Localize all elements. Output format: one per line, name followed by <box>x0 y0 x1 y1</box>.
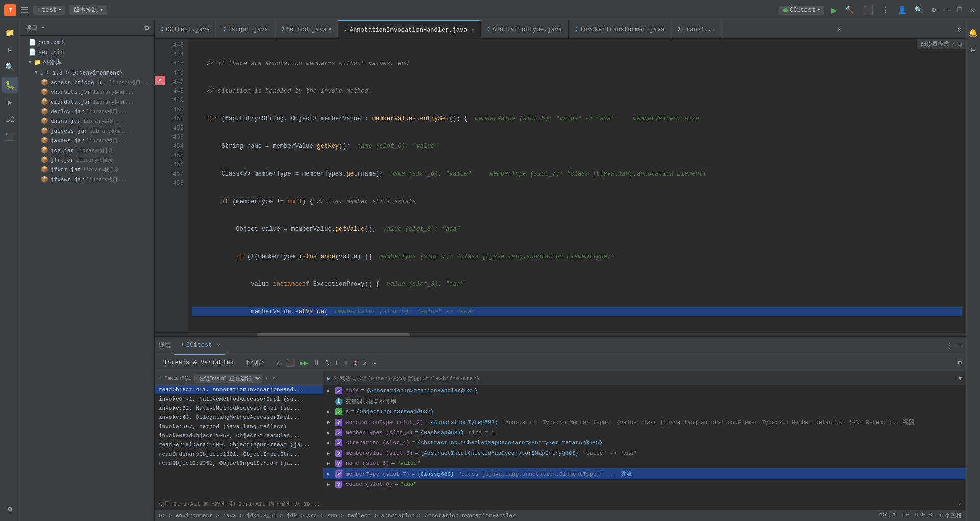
hamburger-menu[interactable]: ☰ <box>20 5 29 16</box>
debug-tab-threads-vars[interactable]: Threads & Variables <box>159 354 239 373</box>
debug-more-btn[interactable]: ⋯ <box>371 358 377 368</box>
debug-stop-btn[interactable]: ⬛ <box>285 358 296 368</box>
debug-tab-close[interactable]: ✕ <box>217 342 220 349</box>
sidebar-icon-run[interactable]: ▶ <box>2 94 18 110</box>
var-member-types[interactable]: ▶ V memberTypes (slot_3) = {HashMap@684}… <box>323 428 966 438</box>
stack-frame-5[interactable]: invokeReadObject:1058, ObjectStreamClas.… <box>155 431 323 440</box>
debug-pause-btn[interactable]: ⏸ <box>312 358 322 368</box>
tree-item-cldrdata[interactable]: 📦 cldrdata.jar library根目... <box>20 97 154 107</box>
debug-resume-btn[interactable]: ▶▶ <box>299 358 309 368</box>
sidebar-icon-terminal[interactable]: ⬛ <box>2 129 18 145</box>
vcs-badge[interactable]: 版本控制 ▾ <box>69 5 107 15</box>
sidebar-icon-debug[interactable]: 🐛 <box>2 77 18 93</box>
tree-item-jfxrt[interactable]: 📦 jfxrt.jar library根目录 <box>20 165 154 175</box>
indent-info[interactable]: 4 个空格 <box>938 512 962 519</box>
tab-cc1test[interactable]: J CC1test.java <box>155 20 216 39</box>
sidebar-icon-git[interactable]: ⎇ <box>2 111 18 128</box>
tab-annotation-handler[interactable]: J AnnotationInvocationHandler.java ✕ <box>338 20 481 39</box>
tabs-more-button[interactable]: » <box>834 26 846 33</box>
sidebar-icon-folder[interactable]: 📁 <box>2 24 18 41</box>
search-button[interactable]: 🔍 <box>914 5 924 15</box>
var-this[interactable]: ▶ V this = {AnnotationInvocationHandler@… <box>323 386 966 396</box>
var-s[interactable]: ▶ V s = {ObjectInputStream@682} <box>323 407 966 417</box>
encoding[interactable]: UTF-8 <box>915 512 932 519</box>
stack-frame-3[interactable]: invoke:43, DelegatingMethodAccessorImpl.… <box>155 413 323 422</box>
var-annotation-type[interactable]: ▶ V annotationType (slot_2) = {Annotatio… <box>323 417 966 428</box>
tab-annotation-type[interactable]: J AnnotationType.java <box>481 20 569 39</box>
project-dropdown-icon[interactable]: ▾ <box>42 25 44 31</box>
run-button[interactable]: ▶ <box>830 4 838 17</box>
var-name[interactable]: ▶ V name (slot_6) = "value" <box>323 458 966 468</box>
right-icon-layout[interactable]: ⊞ <box>965 42 981 58</box>
debug-tab-cc1test[interactable]: J CC1test ✕ <box>175 337 225 355</box>
stack-frame-4[interactable]: invoke:497, Method (java.lang.reflect) <box>155 422 323 431</box>
stack-frame-2[interactable]: invoke:62, NativeMethodAccessorImpl (su.… <box>155 404 323 413</box>
sidebar-icon-settings[interactable]: ⚙ <box>2 501 18 517</box>
minimize-button[interactable]: — <box>943 5 950 16</box>
stack-frame-8[interactable]: readObject0:1351, ObjectInputStream (ja.… <box>155 459 323 468</box>
stack-frame-6[interactable]: readSerialData:1900, ObjectInputStream (… <box>155 440 323 450</box>
build-button[interactable]: 🔨 <box>844 5 855 15</box>
project-badge[interactable]: T test ▾ <box>33 6 65 15</box>
hint-close-btn[interactable]: ✕ <box>958 500 962 507</box>
gear-icon[interactable]: ⚙ <box>145 23 149 32</box>
debug-more-icon[interactable]: ⋮ <box>946 341 953 350</box>
debug-stepover-btn[interactable]: ⤵ <box>325 358 330 368</box>
tree-item-jdk[interactable]: ▼ ☕ < 1.8 > D:\environment\ <box>20 68 154 78</box>
settings-button[interactable]: ⚙ <box>930 5 937 15</box>
line-ending[interactable]: LF <box>902 512 909 519</box>
right-icon-notifications[interactable]: 🔔 <box>965 24 981 41</box>
tree-item-jfxswt[interactable]: 📦 jfxswt.jar library根目... <box>20 175 154 184</box>
tree-item-jaccess[interactable]: 📦 jaccess.jar library根目... <box>20 126 154 136</box>
thread-settings-icon[interactable]: ▾ <box>272 375 275 381</box>
eval-scroll-down[interactable]: ▼ <box>958 376 962 382</box>
var-member-type[interactable]: ▶ V memberType (slot_7) = {Class@688} "c… <box>323 468 966 479</box>
tree-item-pom[interactable]: 📄 pom.xml <box>20 38 154 47</box>
debug-refresh-btn[interactable]: ↻ <box>276 358 282 368</box>
debug-stepinto-btn[interactable]: ⬇ <box>343 358 349 368</box>
tree-item-dnsns[interactable]: 📦 dnsns.jar library根目... <box>20 116 154 126</box>
debug-mute-btn[interactable]: ⊘ <box>352 358 358 368</box>
var-value[interactable]: ▶ V value (slot_8) = "aaa" <box>323 479 966 489</box>
tab-method[interactable]: J Method.java ● <box>275 20 338 39</box>
profile-button[interactable]: 👤 <box>897 5 908 15</box>
tree-item-charsets[interactable]: 📦 charsets.jar library根目... <box>20 87 154 97</box>
more-button[interactable]: ⋮ <box>880 4 891 16</box>
horizontal-scrollbar[interactable] <box>155 332 966 336</box>
tree-item-ser[interactable]: 📄 ser.bin <box>20 47 154 57</box>
tree-item-external-libs[interactable]: ▼ 📁 外部库 <box>20 57 154 68</box>
stack-frame-0[interactable]: readObject:451, AnnotationInvocationHand… <box>155 385 323 394</box>
tab-invoker[interactable]: J InvokerTransformer.java <box>569 20 671 39</box>
stack-frame-1[interactable]: invoke0:-1, NativeMethodAccessorImpl (su… <box>155 394 323 404</box>
tree-item-jce[interactable]: 📦 jce.jar library根目录 <box>20 145 154 155</box>
tree-item-deploy[interactable]: 📦 deploy.jar library根目... <box>20 107 154 116</box>
thread-group-dropdown[interactable]: 在组"main": 正在运行 <box>194 374 262 383</box>
stop-button[interactable]: ⬛ <box>861 4 874 17</box>
filter-icon[interactable]: ▾ <box>265 375 268 381</box>
sidebar-icon-search[interactable]: 🔍 <box>2 59 18 76</box>
cursor-position[interactable]: 451:1 <box>879 512 896 519</box>
reader-mode-icon[interactable]: ⊞ <box>958 41 962 47</box>
stack-frame-7[interactable]: readOrdinaryObject:1801, ObjectInputStr.… <box>155 450 323 459</box>
var-member-value[interactable]: ▶ V memberValue (slot_5) = {AbstractInpu… <box>323 448 966 458</box>
sidebar-icon-structure[interactable]: ⊞ <box>2 42 18 58</box>
debug-layout-btn[interactable]: ⊞ <box>958 359 962 367</box>
reader-mode-label[interactable]: 阅读器模式 <box>921 40 949 48</box>
run-config-badge[interactable]: CC1test ▾ <box>779 6 824 15</box>
tab-close-button[interactable]: ✕ <box>471 27 474 33</box>
tab-transf[interactable]: J Transf... <box>671 20 722 39</box>
tree-item-access-bridge[interactable]: 📦 access-bridge-64.jar library根目... <box>20 78 154 87</box>
debug-clear-btn[interactable]: ✕ <box>361 358 368 368</box>
tab-target[interactable]: J Target.java <box>216 20 275 39</box>
debug-tab-console[interactable]: 控制台 <box>241 354 270 373</box>
nav-link[interactable]: 导航 <box>621 470 632 478</box>
var-iterator[interactable]: ▶ V <iterator> (slot_4) = {AbstractInput… <box>323 438 966 448</box>
close-button[interactable]: ✕ <box>969 4 976 16</box>
tree-item-javaws[interactable]: 📦 javaws.jar library根目... <box>20 136 154 145</box>
code-content[interactable]: // if there are annotation member=s with… <box>188 39 966 332</box>
tree-item-jfr[interactable]: 📦 jfr.jar library根目录 <box>20 155 154 165</box>
debug-minimize-icon[interactable]: — <box>958 342 962 350</box>
tab-settings-icon[interactable]: ⚙ <box>958 25 962 34</box>
maximize-button[interactable]: □ <box>956 5 963 16</box>
debug-stepout-btn[interactable]: ⬆ <box>333 358 339 368</box>
